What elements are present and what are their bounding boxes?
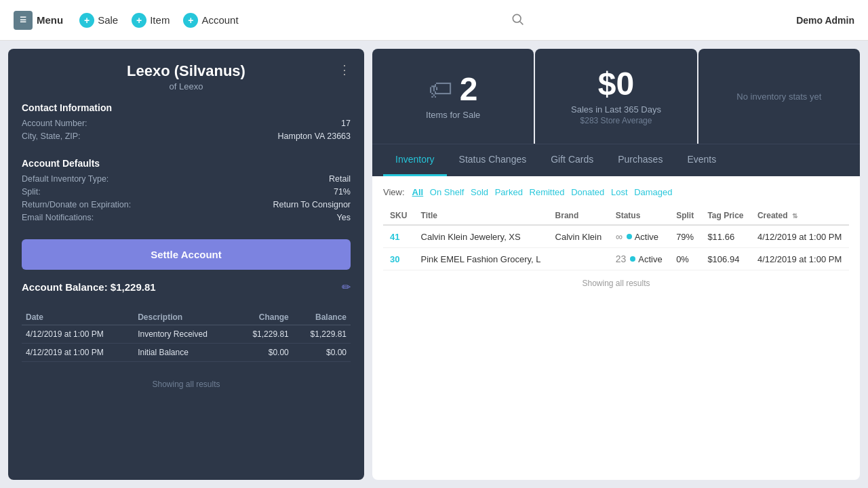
- inv-header-status: Status: [609, 207, 669, 225]
- ledger-description: Inventory Received: [134, 325, 235, 344]
- contact-info-section: Contact Information Account Number: 17 C…: [22, 102, 351, 144]
- inv-header-title: Title: [414, 207, 549, 225]
- balance-row: Account Balance: $1,229.81 ✏: [22, 281, 351, 293]
- inv-brand: [549, 248, 609, 270]
- inv-header-brand: Brand: [549, 207, 609, 225]
- email-notifications-row: Email Notifications: Yes: [22, 213, 351, 222]
- sale-plus-icon: +: [79, 13, 94, 28]
- tab-gift-cards[interactable]: Gift Cards: [538, 144, 606, 176]
- table-row: 41 Calvin Klein Jewelery, XS Calvin Klei…: [383, 225, 849, 248]
- email-notifications-label: Email Notifications:: [22, 213, 94, 222]
- tab-status-changes[interactable]: Status Changes: [447, 144, 539, 176]
- ledger-date: 4/12/2019 at 1:00 PM: [22, 344, 134, 362]
- filter-on-shelf[interactable]: On Shelf: [428, 187, 467, 197]
- status-dot-icon: [627, 234, 632, 239]
- status-cell: ∞ Active: [616, 231, 663, 242]
- account-name: Leexo (Silvanus): [22, 62, 351, 80]
- filter-parked[interactable]: Parked: [493, 187, 525, 197]
- inv-title: Calvin Klein Jewelery, XS: [414, 225, 549, 248]
- return-donate-label: Return/Donate on Expiration:: [22, 200, 131, 209]
- ledger-description: Initial Balance: [134, 344, 235, 362]
- inv-header-created[interactable]: Created ⇅: [751, 207, 849, 225]
- city-state-zip-value: Hampton VA 23663: [278, 131, 351, 141]
- filter-donated[interactable]: Donated: [569, 187, 606, 197]
- inv-tag-price: $11.66: [701, 225, 751, 248]
- account-number-row: Account Number: 17: [22, 119, 351, 128]
- ledger-balance: $1,229.81: [293, 325, 351, 344]
- account-action[interactable]: + Account: [183, 13, 238, 28]
- return-donate-row: Return/Donate on Expiration: Return To C…: [22, 200, 351, 209]
- more-menu-button[interactable]: ⋮: [338, 62, 351, 77]
- ledger-date: 4/12/2019 at 1:00 PM: [22, 325, 134, 344]
- item-label: Item: [150, 14, 170, 26]
- ledger-balance-header: Balance: [293, 310, 351, 325]
- status-prefix-icon: ∞: [616, 231, 623, 242]
- default-inventory-value: Retail: [329, 174, 351, 184]
- city-state-zip-row: City, State, ZIP: Hampton VA 23663: [22, 131, 351, 141]
- sales-sub: $283 Store Average: [580, 116, 652, 125]
- return-donate-value: Return To Consignor: [273, 200, 351, 209]
- account-of: of Leexo: [22, 81, 351, 92]
- inv-header-split: Split: [669, 207, 701, 225]
- inv-brand: Calvin Klein: [549, 225, 609, 248]
- filter-sold[interactable]: Sold: [469, 187, 490, 197]
- sku-link[interactable]: 30: [390, 254, 399, 264]
- inv-status: ∞ Active: [609, 225, 669, 248]
- sale-label: Sale: [98, 14, 118, 26]
- table-row: 30 Pink EMEL Fashion Grocery, L 23 Activ…: [383, 248, 849, 270]
- split-row: Split: 71%: [22, 187, 351, 197]
- inventory-showing-results: Showing all results: [383, 279, 849, 288]
- stat-card-sales: $0 Sales in Last 365 Days $283 Store Ave…: [535, 49, 696, 144]
- items-label: Items for Sale: [426, 110, 480, 120]
- menu-button[interactable]: ☰ Menu: [14, 11, 63, 30]
- status-cell: 23 Active: [616, 253, 663, 264]
- contact-info-title: Contact Information: [22, 102, 351, 113]
- view-filter: View: All On Shelf Sold Parked Remitted …: [383, 187, 849, 197]
- default-inventory-row: Default Inventory Type: Retail: [22, 174, 351, 184]
- account-header: ⋮ Leexo (Silvanus) of Leexo: [22, 62, 351, 92]
- items-number: 2: [460, 73, 478, 106]
- filter-lost[interactable]: Lost: [609, 187, 630, 197]
- items-tag-icon: 🏷: [429, 75, 453, 104]
- sale-action[interactable]: + Sale: [79, 13, 118, 28]
- filter-all[interactable]: All: [410, 187, 426, 197]
- topnav: ☰ Menu + Sale + Item + Account Demo Admi…: [0, 0, 868, 41]
- inv-header-tag-price: Tag Price: [701, 207, 751, 225]
- stat-card-inventory: No inventory stats yet: [698, 49, 860, 144]
- account-number-value: 17: [341, 119, 351, 128]
- tab-inventory[interactable]: Inventory: [383, 144, 447, 176]
- search-button[interactable]: [511, 12, 524, 28]
- split-value: 71%: [334, 187, 351, 197]
- inv-title: Pink EMEL Fashion Grocery, L: [414, 248, 549, 270]
- sales-number: $0: [598, 68, 634, 100]
- right-panel: 🏷 2 Items for Sale $0 Sales in Last 365 …: [372, 49, 860, 480]
- inv-sku[interactable]: 30: [383, 248, 414, 270]
- inv-tag-price: $106.94: [701, 248, 751, 270]
- sku-link[interactable]: 41: [390, 232, 399, 242]
- inv-header-sku: SKU: [383, 207, 414, 225]
- inv-status: 23 Active: [609, 248, 669, 270]
- inventory-area: View: All On Shelf Sold Parked Remitted …: [372, 176, 860, 480]
- inventory-empty: No inventory stats yet: [736, 92, 821, 102]
- inv-split: 0%: [669, 248, 701, 270]
- defaults-title: Account Defaults: [22, 158, 351, 169]
- edit-balance-icon[interactable]: ✏: [342, 281, 351, 293]
- settle-account-button[interactable]: Settle Account: [22, 239, 351, 270]
- inv-sku[interactable]: 41: [383, 225, 414, 248]
- ledger-date-header: Date: [22, 310, 134, 325]
- ledger-change: $0.00: [235, 344, 293, 362]
- account-plus-icon: +: [183, 13, 198, 28]
- sort-icon: ⇅: [792, 212, 797, 220]
- filter-remitted[interactable]: Remitted: [528, 187, 567, 197]
- stats-row: 🏷 2 Items for Sale $0 Sales in Last 365 …: [372, 49, 860, 144]
- filter-damaged[interactable]: Damaged: [632, 187, 674, 197]
- tab-events[interactable]: Events: [675, 144, 728, 176]
- ledger-table: Date Description Change Balance 4/12/201…: [22, 310, 351, 362]
- menu-icon: ☰: [14, 11, 33, 30]
- account-panel: ⋮ Leexo (Silvanus) of Leexo Contact Info…: [8, 49, 364, 480]
- item-action[interactable]: + Item: [132, 13, 170, 28]
- ledger-balance: $0.00: [293, 344, 351, 362]
- svg-point-0: [513, 14, 521, 22]
- tab-purchases[interactable]: Purchases: [606, 144, 675, 176]
- menu-label: Menu: [37, 14, 63, 26]
